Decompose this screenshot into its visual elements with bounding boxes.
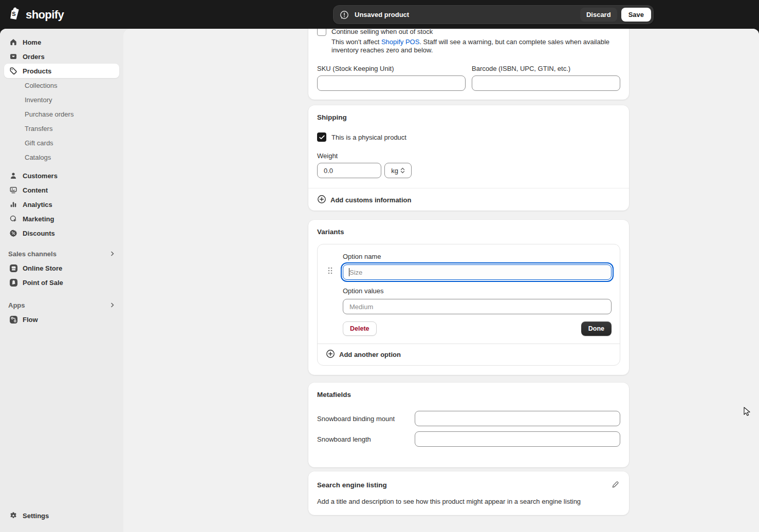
sidebar-item-collections[interactable]: Collections [4, 78, 119, 92]
sidebar-item-label: Purchase orders [25, 110, 73, 118]
sidebar-item-orders[interactable]: Orders [4, 49, 119, 64]
sidebar-item-flow[interactable]: Flow [4, 312, 119, 327]
sidebar-item-content[interactable]: Content [4, 183, 119, 197]
drag-handle-icon[interactable] [327, 267, 333, 336]
media-icon [8, 186, 18, 194]
sidebar-item-products[interactable]: Products [4, 64, 119, 78]
metafield-label: Snowboard binding mount [317, 415, 415, 423]
sales-channels-header[interactable]: Sales channels [4, 246, 119, 261]
sidebar-item-label: Online Store [23, 264, 62, 272]
svg-text:S: S [12, 11, 15, 17]
option-value-input[interactable] [343, 299, 612, 314]
sidebar-item-settings[interactable]: Settings [4, 508, 119, 523]
sidebar-item-label: Analytics [23, 201, 52, 208]
seo-card: Search engine listing Add a title and de… [308, 471, 629, 515]
plus-circle-icon [317, 195, 326, 205]
shopify-logo[interactable]: S shopify [9, 7, 64, 23]
add-another-option-button[interactable]: Add another option [326, 349, 612, 360]
sidebar-item-label: Customers [23, 172, 58, 180]
continue-selling-checkbox[interactable] [317, 29, 326, 36]
target-cursor-icon [8, 215, 18, 223]
text-caret [349, 268, 349, 276]
apps-header[interactable]: Apps [4, 298, 119, 312]
done-button[interactable]: Done [581, 321, 612, 336]
weight-input[interactable] [317, 163, 381, 178]
person-icon [8, 172, 18, 180]
orders-icon [8, 52, 18, 61]
snowboard-length-input[interactable] [415, 431, 620, 447]
point-of-sale-icon [8, 278, 18, 287]
sidebar-item-home[interactable]: Home [4, 35, 119, 49]
app-shell: Home Orders Products Collections Invento… [0, 29, 759, 532]
sidebar-item-online-store[interactable]: Online Store [4, 261, 119, 275]
continue-selling-label: Continue selling when out of stock [331, 29, 433, 35]
snowboard-binding-mount-input[interactable] [415, 411, 620, 426]
sidebar-item-catalogs[interactable]: Catalogs [4, 150, 119, 164]
sidebar: Home Orders Products Collections Invento… [0, 29, 123, 532]
edit-seo-button[interactable] [610, 480, 620, 490]
physical-product-label: This is a physical product [331, 134, 406, 141]
add-customs-button[interactable]: Add customs information [317, 195, 620, 205]
sidebar-item-label: Catalogs [25, 154, 51, 161]
sidebar-item-label: Point of Sale [23, 279, 63, 287]
discount-badge-icon [8, 229, 18, 237]
seo-title: Search engine listing [317, 481, 387, 489]
discard-button[interactable]: Discard [580, 8, 617, 22]
shopify-pos-link[interactable]: Shopify POS [381, 38, 419, 46]
sidebar-item-discounts[interactable]: Discounts [4, 226, 119, 240]
weight-label: Weight [317, 152, 620, 160]
metafield-row: Snowboard binding mount [317, 411, 620, 426]
barcode-label: Barcode (ISBN, UPC, GTIN, etc.) [472, 65, 620, 72]
topbar: S shopify Unsaved product Discard Save [0, 0, 759, 29]
check-icon [319, 135, 325, 140]
add-customs-label: Add customs information [330, 196, 411, 204]
weight-unit-select[interactable]: kg [384, 163, 412, 178]
sidebar-item-label: Collections [25, 82, 58, 89]
sidebar-settings: Settings [4, 508, 119, 523]
metafield-row: Snowboard length [317, 431, 620, 447]
apps-label: Apps [8, 301, 25, 309]
continue-selling-help: This won't affect Shopify POS. Staff wil… [331, 38, 615, 54]
barcode-input[interactable] [472, 75, 620, 91]
sidebar-item-analytics[interactable]: Analytics [4, 197, 119, 212]
sidebar-item-label: Flow [23, 316, 38, 324]
sidebar-item-label: Products [23, 67, 51, 75]
sku-input[interactable] [317, 75, 466, 91]
option-name-label: Option name [343, 253, 612, 260]
online-store-icon [8, 264, 18, 273]
variants-card: Variants Option name Option va [308, 220, 629, 375]
shipping-title: Shipping [317, 113, 620, 121]
alert-bubble-icon [339, 10, 349, 20]
add-another-option-label: Add another option [339, 351, 401, 358]
sidebar-item-customers[interactable]: Customers [4, 168, 119, 183]
shopify-wordmark: shopify [26, 8, 64, 22]
sku-label: SKU (Stock Keeping Unit) [317, 65, 466, 72]
sales-channels-label: Sales channels [8, 250, 57, 258]
save-button[interactable]: Save [621, 8, 651, 22]
shopify-bag-icon: S [9, 7, 22, 23]
sidebar-item-label: Inventory [25, 96, 52, 104]
sidebar-item-label: Orders [23, 53, 45, 61]
unsaved-message: Unsaved product [355, 11, 409, 18]
sidebar-item-label: Gift cards [25, 139, 53, 147]
main-content: Continue selling when out of stock This … [123, 29, 759, 532]
sidebar-item-marketing[interactable]: Marketing [4, 212, 119, 226]
sidebar-item-point-of-sale[interactable]: Point of Sale [4, 275, 119, 290]
sidebar-item-purchase-orders[interactable]: Purchase orders [4, 107, 119, 121]
sidebar-item-transfers[interactable]: Transfers [4, 121, 119, 136]
option-values-label: Option values [343, 287, 612, 295]
variant-option-editor: Option name Option values Delete Done [317, 244, 620, 366]
delete-option-button[interactable]: Delete [343, 321, 377, 336]
gear-icon [8, 511, 18, 520]
inventory-card: Continue selling when out of stock This … [308, 29, 629, 100]
sidebar-item-gift-cards[interactable]: Gift cards [4, 136, 119, 150]
option-name-input[interactable] [343, 264, 612, 280]
weight-unit-value: kg [391, 167, 398, 175]
sidebar-item-label: Home [23, 39, 41, 46]
physical-product-checkbox[interactable] [317, 132, 326, 142]
sidebar-item-label: Discounts [23, 230, 55, 237]
sidebar-item-inventory[interactable]: Inventory [4, 92, 119, 107]
unsaved-changes-bar: Unsaved product Discard Save [333, 5, 654, 24]
tag-icon [8, 67, 18, 75]
plus-circle-icon [326, 349, 335, 360]
